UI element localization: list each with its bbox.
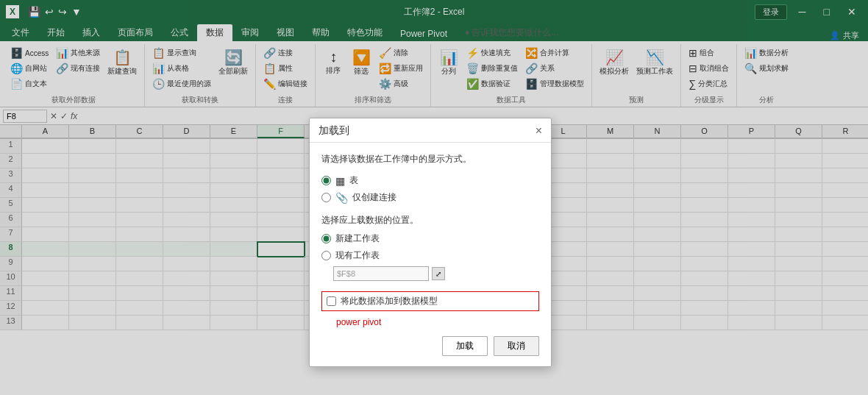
radio-connect-only[interactable] [321,193,331,202]
ok-button[interactable]: 加载 [442,336,488,356]
power-pivot-hint: power pivot [336,317,539,327]
cell-ref-input[interactable] [333,266,429,281]
radio-table-label[interactable]: 表 [349,174,358,187]
radio-connect-only-label[interactable]: 仅创建连接 [352,191,396,204]
modal-description: 请选择该数据在工作簿中的显示方式。 [321,153,539,166]
load-to-dialog: 加载到 × 请选择该数据在工作簿中的显示方式。 ▦ 表 📎 仅创建连接 [309,118,552,367]
location-section: 选择应上载数据的位置。 新建工作表 现有工作表 ⤢ [321,214,539,281]
collapse-button[interactable]: ⤢ [432,267,445,280]
modal-buttons: 加载 取消 [321,333,539,356]
modal-title-bar: 加载到 × [310,118,551,143]
modal-overlay: 加载到 × 请选择该数据在工作簿中的显示方式。 ▦ 表 📎 仅创建连接 [0,0,868,395]
radio-existing-sheet[interactable] [321,251,331,260]
radio-new-sheet-label[interactable]: 新建工作表 [335,232,380,245]
connect-icon-disp: 📎 [335,192,348,204]
radio-row-existing-sheet: 现有工作表 [321,249,539,262]
table-icon-disp: ▦ [335,175,345,187]
radio-existing-sheet-label[interactable]: 现有工作表 [335,249,380,262]
radio-table[interactable] [321,176,331,185]
modal-body: 请选择该数据在工作簿中的显示方式。 ▦ 表 📎 仅创建连接 选择应上载数据的位置… [310,143,551,366]
modal-close-button[interactable]: × [536,125,542,137]
radio-new-sheet[interactable] [321,234,331,243]
add-to-model-label[interactable]: 将此数据添加到数据模型 [341,295,438,307]
cell-ref-row: ⤢ [333,266,539,281]
radio-row-table: ▦ 表 [321,174,539,187]
cancel-button[interactable]: 取消 [494,336,539,356]
radio-row-new-sheet: 新建工作表 [321,232,539,245]
display-options-section: ▦ 表 📎 仅创建连接 [321,174,539,204]
add-to-model-checkbox[interactable] [327,296,336,306]
location-label: 选择应上载数据的位置。 [321,214,539,227]
radio-row-connect-only: 📎 仅创建连接 [321,191,539,204]
modal-title: 加载到 [319,124,349,138]
add-to-model-row: 将此数据添加到数据模型 [321,291,539,311]
